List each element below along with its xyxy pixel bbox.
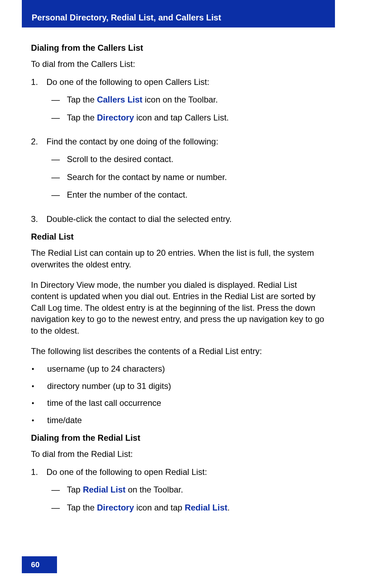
step-number: 3. (31, 213, 46, 225)
step-text: Double-click the contact to dial the sel… (46, 214, 232, 224)
page-header: Personal Directory, Redial List, and Cal… (22, 0, 335, 27)
step-body: Find the contact by one doing of the fol… (46, 136, 327, 207)
dash-list: — Tap Redial List on the Toolbar. — Tap … (46, 484, 327, 513)
step-text: Find the contact by one doing of the fol… (46, 137, 218, 146)
dash-body: Scroll to the desired contact. (67, 154, 327, 165)
dash-body: Tap the Callers List icon on the Toolbar… (67, 94, 327, 105)
list-item: • username (up to 24 characters) (31, 363, 327, 375)
dash-body: Tap Redial List on the Toolbar. (67, 484, 327, 495)
redial-para1: The Redial List can contain up to 20 ent… (31, 247, 327, 270)
list-item: • directory number (up to 31 digits) (31, 380, 327, 392)
bullet-text: directory number (up to 31 digits) (47, 380, 327, 392)
bullet-icon: • (32, 363, 47, 375)
list-item: • time of the last call occurrence (31, 397, 327, 409)
dash-list: — Scroll to the desired contact. — Searc… (46, 154, 327, 200)
step-body: Double-click the contact to dial the sel… (46, 213, 327, 225)
text: icon on the Toolbar. (142, 95, 218, 104)
step-number: 1. (31, 76, 46, 130)
dash-body: Tap the Directory icon and tap Callers L… (67, 112, 327, 123)
list-item: 2. Find the contact by one doing of the … (31, 136, 327, 207)
list-item: 1. Do one of the following to open Redia… (31, 466, 327, 520)
dash-icon: — (51, 154, 67, 165)
section1-steps: 1. Do one of the following to open Calle… (31, 76, 327, 225)
step-number: 2. (31, 136, 46, 207)
text: Tap the (67, 503, 97, 512)
list-item: — Tap the Callers List icon on the Toolb… (46, 94, 327, 105)
list-item: 1. Do one of the following to open Calle… (31, 76, 327, 130)
redial-list-link[interactable]: Redial List (83, 485, 125, 494)
list-item: — Tap the Directory icon and tap Callers… (46, 112, 327, 123)
bullet-text: time/date (47, 415, 327, 426)
directory-link[interactable]: Directory (97, 113, 134, 122)
redial-list-link[interactable]: Redial List (185, 503, 227, 512)
step-text: Do one of the following to open Redial L… (46, 467, 207, 477)
text: icon and tap Callers List. (134, 113, 229, 122)
bullet-icon: • (32, 415, 47, 426)
section3-steps: 1. Do one of the following to open Redia… (31, 466, 327, 520)
step-number: 1. (31, 466, 46, 520)
redial-bullets: • username (up to 24 characters) • direc… (31, 363, 327, 426)
list-item: • time/date (31, 415, 327, 426)
bullet-text: time of the last call occurrence (47, 397, 327, 409)
dash-icon: — (51, 172, 67, 183)
dash-body: Search for the contact by name or number… (67, 172, 327, 183)
text: icon and tap (134, 503, 185, 512)
dash-list: — Tap the Callers List icon on the Toolb… (46, 94, 327, 123)
list-item: — Scroll to the desired contact. (46, 154, 327, 165)
bullet-icon: • (32, 397, 47, 409)
dash-body: Enter the number of the contact. (67, 189, 327, 200)
page-number: 60 (31, 560, 39, 569)
section-heading-redial: Redial List (31, 231, 327, 242)
text: Tap the (67, 113, 97, 122)
step-body: Do one of the following to open Redial L… (46, 466, 327, 520)
callers-list-link[interactable]: Callers List (97, 95, 142, 104)
redial-para3: The following list describes the content… (31, 346, 327, 357)
page-header-title: Personal Directory, Redial List, and Cal… (32, 13, 221, 23)
section1-intro: To dial from the Callers List: (31, 58, 327, 70)
list-item: 3. Double-click the contact to dial the … (31, 213, 327, 225)
step-text: Do one of the following to open Callers … (46, 77, 209, 87)
dash-icon: — (51, 484, 67, 495)
bullet-icon: • (32, 380, 47, 392)
text: . (227, 503, 230, 512)
list-item: — Enter the number of the contact. (46, 189, 327, 200)
dash-body: Tap the Directory icon and tap Redial Li… (67, 502, 327, 513)
text: Tap (67, 485, 83, 494)
directory-link[interactable]: Directory (97, 503, 134, 512)
dash-icon: — (51, 94, 67, 105)
list-item: — Search for the contact by name or numb… (46, 172, 327, 183)
list-item: — Tap Redial List on the Toolbar. (46, 484, 327, 495)
section3-intro: To dial from the Redial List: (31, 448, 327, 460)
dash-icon: — (51, 189, 67, 200)
step-body: Do one of the following to open Callers … (46, 76, 327, 130)
dash-icon: — (51, 112, 67, 123)
page-content: Dialing from the Callers List To dial fr… (31, 42, 327, 526)
bullet-text: username (up to 24 characters) (47, 363, 327, 375)
page-footer: 60 (22, 556, 57, 573)
section-heading-callers: Dialing from the Callers List (31, 42, 327, 54)
list-item: — Tap the Directory icon and tap Redial … (46, 502, 327, 513)
section-heading-dial-redial: Dialing from the Redial List (31, 432, 327, 444)
dash-icon: — (51, 502, 67, 513)
text: Tap the (67, 95, 97, 104)
redial-para2: In Directory View mode, the number you d… (31, 279, 327, 336)
text: on the Toolbar. (126, 485, 183, 494)
